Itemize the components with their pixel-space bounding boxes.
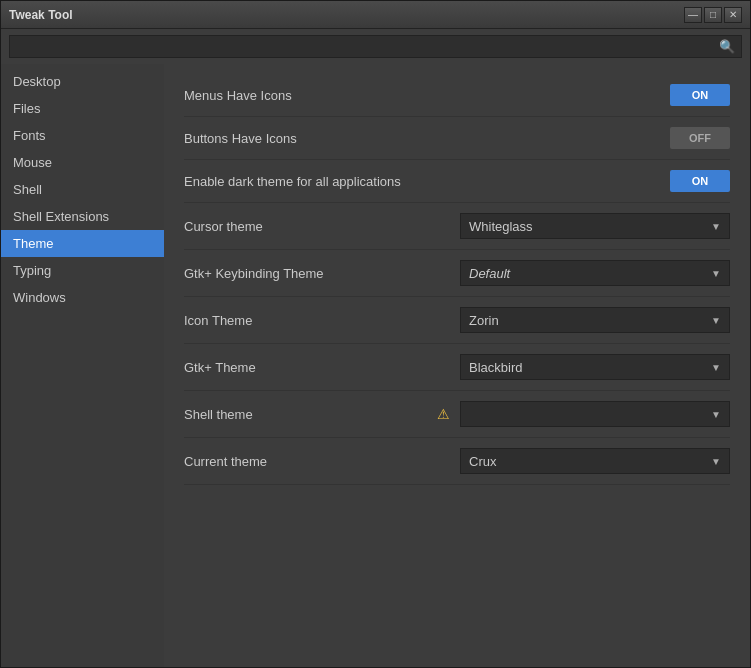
icon-theme-dropdown[interactable]: Zorin ▼ xyxy=(460,307,730,333)
gtk-keybinding-label: Gtk+ Keybinding Theme xyxy=(184,266,460,281)
maximize-button[interactable]: □ xyxy=(704,7,722,23)
icon-theme-arrow-icon: ▼ xyxy=(711,315,721,326)
search-bar: 🔍 xyxy=(1,29,750,64)
cursor-theme-dropdown[interactable]: Whiteglass ▼ xyxy=(460,213,730,239)
main-window: Tweak Tool — □ ✕ 🔍 Desktop Files Fonts M… xyxy=(0,0,751,668)
setting-row-gtk-keybinding: Gtk+ Keybinding Theme Default ▼ xyxy=(184,250,730,297)
shell-theme-arrow-icon: ▼ xyxy=(711,409,721,420)
close-button[interactable]: ✕ xyxy=(724,7,742,23)
icon-theme-value: Zorin xyxy=(469,313,499,328)
setting-row-cursor-theme: Cursor theme Whiteglass ▼ xyxy=(184,203,730,250)
gtk-theme-value: Blackbird xyxy=(469,360,522,375)
sidebar-item-theme[interactable]: Theme xyxy=(1,230,164,257)
setting-row-gtk-theme: Gtk+ Theme Blackbird ▼ xyxy=(184,344,730,391)
menus-have-icons-toggle[interactable]: ON xyxy=(670,84,730,106)
sidebar-item-shell[interactable]: Shell xyxy=(1,176,164,203)
gtk-theme-label: Gtk+ Theme xyxy=(184,360,460,375)
cursor-theme-label: Cursor theme xyxy=(184,219,460,234)
search-input-wrap: 🔍 xyxy=(9,35,742,58)
shell-theme-dropdown[interactable]: ▼ xyxy=(460,401,730,427)
current-theme-label: Current theme xyxy=(184,454,460,469)
sidebar-item-typing[interactable]: Typing xyxy=(1,257,164,284)
setting-row-icon-theme: Icon Theme Zorin ▼ xyxy=(184,297,730,344)
current-theme-control: Crux ▼ xyxy=(460,448,730,474)
window-title: Tweak Tool xyxy=(9,8,73,22)
content-area: Menus Have Icons ON Buttons Have Icons O… xyxy=(164,64,750,667)
current-theme-dropdown[interactable]: Crux ▼ xyxy=(460,448,730,474)
shell-theme-label: Shell theme xyxy=(184,407,437,422)
buttons-have-icons-toggle[interactable]: OFF xyxy=(670,127,730,149)
setting-row-shell-theme: Shell theme ⚠ ▼ xyxy=(184,391,730,438)
warning-icon: ⚠ xyxy=(437,406,450,422)
setting-row-dark-theme: Enable dark theme for all applications O… xyxy=(184,160,730,203)
dark-theme-toggle[interactable]: ON xyxy=(670,170,730,192)
sidebar-item-files[interactable]: Files xyxy=(1,95,164,122)
shell-theme-control: ⚠ ▼ xyxy=(437,401,730,427)
search-input[interactable] xyxy=(16,40,719,54)
setting-row-menus-have-icons: Menus Have Icons ON xyxy=(184,74,730,117)
sidebar-item-fonts[interactable]: Fonts xyxy=(1,122,164,149)
setting-row-buttons-have-icons: Buttons Have Icons OFF xyxy=(184,117,730,160)
gtk-keybinding-value: Default xyxy=(469,266,510,281)
menus-have-icons-label: Menus Have Icons xyxy=(184,88,670,103)
sidebar-item-windows[interactable]: Windows xyxy=(1,284,164,311)
gtk-keybinding-arrow-icon: ▼ xyxy=(711,268,721,279)
minimize-button[interactable]: — xyxy=(684,7,702,23)
buttons-have-icons-control: OFF xyxy=(670,127,730,149)
sidebar-item-desktop[interactable]: Desktop xyxy=(1,68,164,95)
main-content: Desktop Files Fonts Mouse Shell Shell Ex… xyxy=(1,64,750,667)
current-theme-value: Crux xyxy=(469,454,496,469)
sidebar-item-shell-extensions[interactable]: Shell Extensions xyxy=(1,203,164,230)
gtk-keybinding-dropdown[interactable]: Default ▼ xyxy=(460,260,730,286)
menus-have-icons-control: ON xyxy=(670,84,730,106)
window-controls: — □ ✕ xyxy=(684,7,742,23)
sidebar: Desktop Files Fonts Mouse Shell Shell Ex… xyxy=(1,64,164,667)
search-icon: 🔍 xyxy=(719,39,735,54)
icon-theme-label: Icon Theme xyxy=(184,313,460,328)
sidebar-item-mouse[interactable]: Mouse xyxy=(1,149,164,176)
cursor-theme-value: Whiteglass xyxy=(469,219,533,234)
cursor-theme-control: Whiteglass ▼ xyxy=(460,213,730,239)
buttons-have-icons-label: Buttons Have Icons xyxy=(184,131,670,146)
gtk-theme-arrow-icon: ▼ xyxy=(711,362,721,373)
dark-theme-label: Enable dark theme for all applications xyxy=(184,174,670,189)
gtk-theme-control: Blackbird ▼ xyxy=(460,354,730,380)
current-theme-arrow-icon: ▼ xyxy=(711,456,721,467)
title-bar: Tweak Tool — □ ✕ xyxy=(1,1,750,29)
gtk-theme-dropdown[interactable]: Blackbird ▼ xyxy=(460,354,730,380)
dark-theme-control: ON xyxy=(670,170,730,192)
icon-theme-control: Zorin ▼ xyxy=(460,307,730,333)
cursor-theme-arrow-icon: ▼ xyxy=(711,221,721,232)
setting-row-current-theme: Current theme Crux ▼ xyxy=(184,438,730,485)
gtk-keybinding-control: Default ▼ xyxy=(460,260,730,286)
